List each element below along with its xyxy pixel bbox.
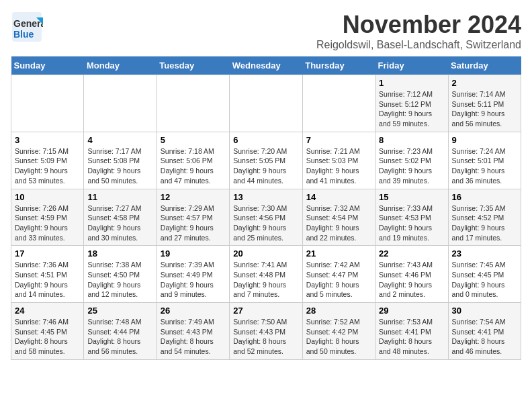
day-info: Sunrise: 7:50 AM Sunset: 4:43 PM Dayligh… [233, 317, 298, 357]
calendar-cell: 20Sunrise: 7:41 AM Sunset: 4:48 PM Dayli… [230, 246, 302, 303]
header-friday: Friday [375, 56, 448, 75]
calendar-cell: 1Sunrise: 7:12 AM Sunset: 5:12 PM Daylig… [375, 75, 448, 132]
calendar-cell: 17Sunrise: 7:36 AM Sunset: 4:51 PM Dayli… [11, 246, 84, 303]
day-info: Sunrise: 7:53 AM Sunset: 4:41 PM Dayligh… [379, 317, 444, 357]
day-info: Sunrise: 7:36 AM Sunset: 4:51 PM Dayligh… [15, 260, 80, 300]
calendar-cell: 10Sunrise: 7:26 AM Sunset: 4:59 PM Dayli… [11, 189, 84, 246]
calendar-cell: 6Sunrise: 7:20 AM Sunset: 5:05 PM Daylig… [230, 132, 302, 189]
day-number: 15 [379, 192, 444, 202]
day-info: Sunrise: 7:26 AM Sunset: 4:59 PM Dayligh… [15, 203, 80, 243]
calendar-week-3: 10Sunrise: 7:26 AM Sunset: 4:59 PM Dayli… [11, 189, 521, 246]
calendar-week-2: 3Sunrise: 7:15 AM Sunset: 5:09 PM Daylig… [11, 132, 521, 189]
header-saturday: Saturday [448, 56, 521, 75]
calendar-cell: 28Sunrise: 7:52 AM Sunset: 4:42 PM Dayli… [302, 303, 375, 360]
calendar-cell: 25Sunrise: 7:48 AM Sunset: 4:44 PM Dayli… [84, 303, 157, 360]
day-number: 24 [15, 306, 80, 316]
day-number: 29 [379, 306, 444, 316]
day-info: Sunrise: 7:45 AM Sunset: 4:45 PM Dayligh… [452, 260, 517, 300]
day-number: 13 [233, 192, 298, 202]
day-info: Sunrise: 7:17 AM Sunset: 5:08 PM Dayligh… [87, 146, 152, 186]
calendar-cell: 16Sunrise: 7:35 AM Sunset: 4:52 PM Dayli… [448, 189, 521, 246]
calendar-cell: 15Sunrise: 7:33 AM Sunset: 4:53 PM Dayli… [375, 189, 448, 246]
day-number: 20 [233, 248, 298, 259]
day-info: Sunrise: 7:15 AM Sunset: 5:09 PM Dayligh… [15, 146, 80, 186]
day-number: 21 [306, 248, 371, 259]
header-monday: Monday [84, 56, 157, 75]
calendar-cell: 27Sunrise: 7:50 AM Sunset: 4:43 PM Dayli… [230, 303, 302, 360]
calendar-week-1: 1Sunrise: 7:12 AM Sunset: 5:12 PM Daylig… [11, 75, 521, 132]
day-info: Sunrise: 7:38 AM Sunset: 4:50 PM Dayligh… [87, 260, 152, 300]
day-number: 27 [233, 306, 298, 316]
day-number: 19 [161, 248, 226, 259]
day-info: Sunrise: 7:52 AM Sunset: 4:42 PM Dayligh… [306, 317, 371, 357]
calendar-cell: 14Sunrise: 7:32 AM Sunset: 4:54 PM Dayli… [302, 189, 375, 246]
calendar-cell: 13Sunrise: 7:30 AM Sunset: 4:56 PM Dayli… [230, 189, 302, 246]
calendar-cell: 2Sunrise: 7:14 AM Sunset: 5:11 PM Daylig… [448, 75, 521, 132]
calendar-cell: 5Sunrise: 7:18 AM Sunset: 5:06 PM Daylig… [157, 132, 229, 189]
calendar-table: SundayMondayTuesdayWednesdayThursdayFrid… [11, 56, 521, 360]
day-info: Sunrise: 7:24 AM Sunset: 5:01 PM Dayligh… [452, 146, 517, 186]
day-info: Sunrise: 7:35 AM Sunset: 4:52 PM Dayligh… [452, 203, 517, 243]
day-number: 23 [452, 248, 517, 259]
calendar-cell: 18Sunrise: 7:38 AM Sunset: 4:50 PM Dayli… [84, 246, 157, 303]
day-number: 9 [452, 135, 517, 145]
calendar-cell: 19Sunrise: 7:39 AM Sunset: 4:49 PM Dayli… [157, 246, 229, 303]
header-thursday: Thursday [302, 56, 375, 75]
day-number: 1 [379, 78, 444, 88]
day-info: Sunrise: 7:14 AM Sunset: 5:11 PM Dayligh… [452, 89, 517, 129]
day-number: 22 [379, 248, 444, 259]
day-info: Sunrise: 7:23 AM Sunset: 5:02 PM Dayligh… [379, 146, 444, 186]
day-number: 5 [161, 135, 226, 145]
logo: General Blue [11, 11, 43, 43]
day-info: Sunrise: 7:41 AM Sunset: 4:48 PM Dayligh… [233, 260, 298, 300]
day-number: 7 [306, 135, 371, 145]
logo-icon: General Blue [11, 11, 43, 43]
calendar-cell: 30Sunrise: 7:54 AM Sunset: 4:41 PM Dayli… [448, 303, 521, 360]
day-number: 11 [87, 192, 152, 202]
day-number: 12 [161, 192, 226, 202]
calendar-cell [84, 75, 157, 132]
day-number: 3 [15, 135, 80, 145]
day-number: 28 [306, 306, 371, 316]
calendar-cell: 3Sunrise: 7:15 AM Sunset: 5:09 PM Daylig… [11, 132, 84, 189]
day-number: 2 [452, 78, 517, 88]
calendar-cell: 4Sunrise: 7:17 AM Sunset: 5:08 PM Daylig… [84, 132, 157, 189]
calendar-cell: 11Sunrise: 7:27 AM Sunset: 4:58 PM Dayli… [84, 189, 157, 246]
day-info: Sunrise: 7:39 AM Sunset: 4:49 PM Dayligh… [161, 260, 226, 300]
calendar-week-4: 17Sunrise: 7:36 AM Sunset: 4:51 PM Dayli… [11, 246, 521, 303]
day-number: 10 [15, 192, 80, 202]
calendar-cell [157, 75, 229, 132]
day-info: Sunrise: 7:18 AM Sunset: 5:06 PM Dayligh… [161, 146, 226, 186]
day-info: Sunrise: 7:33 AM Sunset: 4:53 PM Dayligh… [379, 203, 444, 243]
calendar-cell: 24Sunrise: 7:46 AM Sunset: 4:45 PM Dayli… [11, 303, 84, 360]
day-info: Sunrise: 7:27 AM Sunset: 4:58 PM Dayligh… [87, 203, 152, 243]
day-info: Sunrise: 7:48 AM Sunset: 4:44 PM Dayligh… [87, 317, 152, 357]
day-number: 14 [306, 192, 371, 202]
calendar-week-5: 24Sunrise: 7:46 AM Sunset: 4:45 PM Dayli… [11, 303, 521, 360]
calendar-cell: 8Sunrise: 7:23 AM Sunset: 5:02 PM Daylig… [375, 132, 448, 189]
calendar-cell: 21Sunrise: 7:42 AM Sunset: 4:47 PM Dayli… [302, 246, 375, 303]
day-number: 4 [87, 135, 152, 145]
day-info: Sunrise: 7:49 AM Sunset: 4:43 PM Dayligh… [161, 317, 226, 357]
header-wednesday: Wednesday [230, 56, 302, 75]
day-number: 16 [452, 192, 517, 202]
calendar-cell: 22Sunrise: 7:43 AM Sunset: 4:46 PM Dayli… [375, 246, 448, 303]
calendar-cell: 26Sunrise: 7:49 AM Sunset: 4:43 PM Dayli… [157, 303, 229, 360]
main-title: November 2024 [316, 11, 521, 39]
calendar-cell: 29Sunrise: 7:53 AM Sunset: 4:41 PM Dayli… [375, 303, 448, 360]
calendar-cell: 7Sunrise: 7:21 AM Sunset: 5:03 PM Daylig… [302, 132, 375, 189]
day-info: Sunrise: 7:54 AM Sunset: 4:41 PM Dayligh… [452, 317, 517, 357]
svg-text:Blue: Blue [13, 29, 34, 40]
title-section: November 2024 Reigoldswil, Basel-Landsch… [316, 11, 521, 51]
day-number: 6 [233, 135, 298, 145]
day-number: 26 [161, 306, 226, 316]
day-number: 25 [87, 306, 152, 316]
subtitle: Reigoldswil, Basel-Landschaft, Switzerla… [316, 39, 521, 51]
day-info: Sunrise: 7:29 AM Sunset: 4:57 PM Dayligh… [161, 203, 226, 243]
header-tuesday: Tuesday [157, 56, 229, 75]
calendar-cell: 12Sunrise: 7:29 AM Sunset: 4:57 PM Dayli… [157, 189, 229, 246]
day-info: Sunrise: 7:32 AM Sunset: 4:54 PM Dayligh… [306, 203, 371, 243]
day-info: Sunrise: 7:21 AM Sunset: 5:03 PM Dayligh… [306, 146, 371, 186]
calendar-header-row: SundayMondayTuesdayWednesdayThursdayFrid… [11, 56, 521, 75]
day-number: 30 [452, 306, 517, 316]
